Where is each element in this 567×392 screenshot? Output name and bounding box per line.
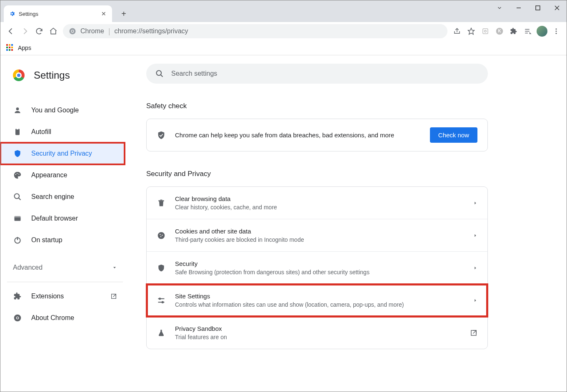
chrome-icon: [69, 27, 76, 35]
reload-button[interactable]: [32, 24, 46, 38]
sidebar-about[interactable]: About Chrome: [0, 307, 130, 329]
maximize-button[interactable]: [528, 0, 547, 15]
advanced-label: Advanced: [13, 264, 42, 271]
row-title: Privacy Sandbox: [175, 325, 470, 332]
row-site-settings[interactable]: Site SettingsControls what information s…: [147, 284, 487, 317]
sidebar-item-startup[interactable]: On startup: [0, 229, 125, 251]
privacy-card: Clear browsing dataClear history, cookie…: [146, 186, 488, 349]
search-icon: [155, 69, 164, 78]
sidebar-extensions[interactable]: Extensions: [0, 285, 130, 307]
sidebar-nav: You and Google Autofill Security and Pri…: [0, 99, 130, 251]
sidebar-item-label: Appearance: [31, 171, 67, 179]
svg-rect-20: [17, 128, 19, 129]
search-settings-input[interactable]: Search settings: [146, 64, 488, 84]
cookie-icon: [157, 231, 166, 240]
svg-point-42: [160, 234, 160, 235]
back-button[interactable]: [4, 24, 18, 38]
sidebar-item-default-browser[interactable]: Default browser: [0, 208, 125, 229]
svg-point-6: [72, 30, 74, 32]
extensions-icon[interactable]: [507, 24, 521, 38]
star-icon[interactable]: [464, 24, 478, 38]
row-privacy-sandbox[interactable]: Privacy SandboxTrial features are on: [147, 317, 487, 349]
forward-button[interactable]: [18, 24, 32, 38]
person-icon: [13, 106, 22, 115]
chevron-down-icon[interactable]: [490, 0, 509, 15]
svg-marker-45: [475, 234, 476, 237]
row-title: Site Settings: [175, 293, 473, 300]
gear-icon: [9, 10, 15, 17]
settings-sidebar: Settings You and Google Autofill Securit…: [0, 55, 130, 392]
clipboard-icon: [13, 127, 22, 136]
svg-point-43: [162, 235, 162, 236]
url-prefix: Chrome: [80, 27, 104, 35]
sidebar-item-search-engine[interactable]: Search engine: [0, 186, 125, 208]
new-tab-button[interactable]: +: [117, 7, 130, 20]
safety-card: Chrome can help keep you safe from data …: [146, 119, 488, 151]
row-security[interactable]: SecuritySafe Browsing (protection from d…: [147, 252, 487, 284]
menu-icon[interactable]: [549, 24, 563, 38]
extension-icon-1[interactable]: [478, 24, 492, 38]
sidebar-item-security[interactable]: Security and Privacy: [0, 143, 125, 164]
row-title: Security: [175, 260, 473, 267]
safety-row: Chrome can help keep you safe from data …: [147, 119, 487, 151]
svg-rect-38: [158, 200, 164, 201]
sidebar-item-you-google[interactable]: You and Google: [0, 99, 125, 121]
profile-avatar[interactable]: [537, 26, 547, 37]
share-icon[interactable]: [450, 24, 464, 38]
sidebar-item-label: Autofill: [31, 128, 51, 136]
settings-main: Search settings Safety check Chrome can …: [130, 55, 567, 392]
svg-point-18: [16, 107, 19, 110]
check-now-button[interactable]: Check now: [430, 127, 477, 143]
safety-desc: Chrome can help keep you safe from data …: [175, 131, 430, 139]
tab-title: Settings: [19, 11, 100, 17]
svg-marker-51: [475, 299, 476, 302]
svg-point-44: [160, 236, 161, 237]
svg-point-23: [18, 174, 19, 174]
browser-tab[interactable]: Settings ✕: [4, 5, 112, 22]
svg-point-15: [556, 28, 557, 30]
shield-icon: [157, 264, 166, 272]
row-desc: Trial features are on: [175, 334, 470, 340]
external-link-icon: [110, 293, 117, 300]
url-text: chrome://settings/privacy: [115, 27, 188, 35]
flask-icon: [157, 329, 166, 337]
shield-icon: [13, 149, 22, 158]
settings-page: Settings You and Google Autofill Securit…: [0, 55, 567, 392]
row-cookies[interactable]: Cookies and other site dataThird-party c…: [147, 219, 487, 252]
extension-icon-2[interactable]: K: [492, 24, 507, 38]
minimize-button[interactable]: [509, 0, 528, 15]
section-safety-title: Safety check: [146, 102, 541, 110]
sidebar-item-autofill[interactable]: Autofill: [0, 121, 125, 143]
search-icon: [13, 192, 22, 201]
close-icon[interactable]: ✕: [100, 10, 107, 17]
sidebar-item-label: Default browser: [31, 215, 78, 222]
row-clear-browsing[interactable]: Clear browsing dataClear history, cookie…: [147, 187, 487, 219]
svg-point-22: [17, 173, 17, 174]
apps-icon[interactable]: [6, 44, 14, 52]
reading-list-icon[interactable]: [521, 24, 535, 38]
svg-line-53: [473, 330, 477, 334]
settings-header: Settings: [0, 64, 130, 87]
chevron-right-icon: [473, 298, 477, 303]
svg-point-36: [157, 71, 162, 76]
svg-point-24: [15, 194, 20, 199]
shield-check-icon: [157, 131, 166, 140]
svg-point-50: [162, 301, 163, 303]
close-window-button[interactable]: [547, 0, 567, 15]
svg-point-41: [158, 232, 165, 239]
row-desc: Third-party cookies are blocked in Incog…: [175, 236, 473, 243]
row-desc: Clear history, cookies, cache, and more: [175, 204, 473, 211]
sidebar-advanced[interactable]: Advanced: [0, 257, 130, 278]
sliders-icon: [157, 296, 166, 305]
home-button[interactable]: [46, 24, 60, 38]
bookmarks-bar: Apps: [0, 40, 567, 55]
svg-rect-1: [536, 6, 540, 10]
svg-marker-40: [475, 201, 476, 204]
trash-icon: [157, 199, 166, 207]
svg-point-49: [159, 298, 160, 299]
sidebar-item-label: You and Google: [31, 107, 79, 114]
address-bar[interactable]: Chrome | chrome://settings/privacy: [63, 24, 447, 38]
apps-label[interactable]: Apps: [18, 45, 31, 51]
svg-rect-27: [15, 216, 21, 217]
sidebar-item-appearance[interactable]: Appearance: [0, 164, 125, 186]
